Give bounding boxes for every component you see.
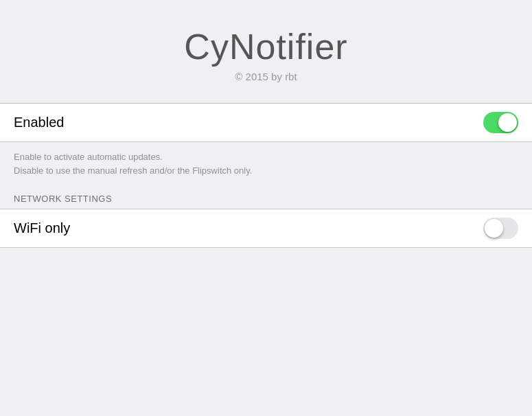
settings-group-enabled: Enabled [0, 103, 532, 142]
description-text: Enable to activate automatic updates. Di… [14, 150, 518, 177]
enabled-row: Enabled [0, 104, 532, 141]
wifi-only-toggle[interactable] [483, 218, 518, 239]
enabled-toggle[interactable] [483, 112, 518, 133]
header-section: CyNotifier © 2015 by rbt [0, 0, 532, 103]
wifi-only-label: WiFi only [14, 220, 70, 236]
network-header-label: NETWORK SETTINGS [14, 194, 112, 204]
settings-group-network: WiFi only [0, 209, 532, 248]
wifi-only-row: WiFi only [0, 209, 532, 247]
network-section-header: NETWORK SETTINGS [0, 187, 532, 209]
app-copyright: © 2015 by rbt [235, 71, 297, 82]
description-section: Enable to activate automatic updates. Di… [0, 142, 532, 187]
enabled-label: Enabled [14, 115, 64, 130]
app-title: CyNotifier [184, 27, 347, 67]
